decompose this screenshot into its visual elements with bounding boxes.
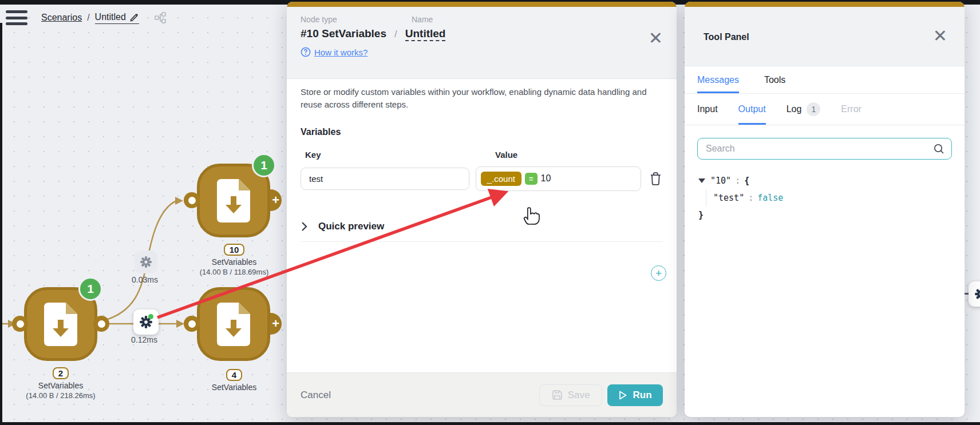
node-10-run-count-badge: 1 — [252, 153, 276, 177]
json-colon: : — [748, 193, 753, 203]
modal-accent-bar — [287, 2, 677, 7]
search-input[interactable] — [697, 138, 952, 160]
canvas-topbar: Scenarios / Untitled — [0, 5, 286, 31]
collapse-triangle-icon[interactable] — [698, 178, 705, 183]
node-4-id-pill: 4 — [226, 369, 242, 381]
variable-row: _.count = 10 — [301, 166, 663, 191]
breadcrumb: Scenarios / Untitled — [41, 12, 139, 24]
key-input[interactable] — [301, 168, 469, 190]
node-4-setvariables[interactable] — [197, 287, 270, 361]
help-row: How it works? — [301, 47, 663, 57]
node-2-type: SetVariables — [12, 381, 109, 390]
delete-variable-icon[interactable] — [649, 171, 663, 186]
node-10-input-port[interactable] — [184, 192, 200, 208]
chevron-right-icon — [301, 221, 308, 232]
tab-output[interactable]: Output — [738, 94, 766, 125]
panel-tabs: Messages Tools — [685, 66, 965, 94]
play-icon — [618, 390, 627, 400]
edge-settings-gear-top[interactable] — [135, 251, 157, 273]
json-root-key: "10" — [710, 176, 731, 186]
log-count-badge: 1 — [807, 102, 820, 116]
node-2-run-count-badge: 1 — [78, 277, 102, 301]
node-type-value: #10 SetVariables — [301, 27, 386, 40]
title-separator: / — [394, 29, 397, 40]
value-number: 10 — [541, 173, 551, 184]
save-floppy-icon — [552, 390, 563, 400]
save-label: Save — [568, 390, 590, 401]
scenario-title: Untitled — [95, 12, 126, 22]
tab-messages[interactable]: Messages — [697, 66, 739, 93]
app-window: Scenarios / Untitled 1 — [0, 0, 980, 425]
node-10-label: 10 SetVariables (14.00 B / 118.69ms) — [185, 244, 283, 276]
panel-subtabs: Input Output Log 1 Error — [685, 94, 965, 125]
scenario-title-edit[interactable]: Untitled — [95, 12, 139, 24]
json-colon: : — [735, 176, 740, 186]
tool-panel-close-icon[interactable]: ✕ — [933, 30, 947, 42]
edge-timer-top: 0.03ms — [132, 275, 158, 284]
search-icon[interactable] — [933, 143, 945, 155]
node-4-type: SetVariables — [185, 383, 283, 392]
json-close-brace: } — [698, 210, 704, 220]
modal-close-icon[interactable]: ✕ — [649, 32, 663, 45]
add-variable-button[interactable]: + — [651, 265, 666, 281]
operator-pill[interactable]: = — [525, 173, 538, 185]
modal-body: Store or modify custom variables within … — [287, 79, 677, 372]
tab-tools[interactable]: Tools — [764, 66, 785, 93]
node-10-stats: (14.00 B / 118.69ms) — [185, 268, 283, 276]
quick-preview-label: Quick preview — [318, 221, 384, 232]
node-description: Store or modify custom variables within … — [301, 86, 663, 111]
value-label: Value — [495, 150, 517, 160]
quick-preview-toggle[interactable]: Quick preview — [301, 221, 663, 232]
divider — [301, 241, 663, 242]
cancel-button[interactable]: Cancel — [301, 390, 331, 401]
node-2-stats: (14.00 B / 218.26ms) — [12, 391, 109, 400]
tab-log[interactable]: Log 1 — [787, 94, 821, 125]
node-type-label: Node type — [301, 15, 663, 24]
node-10-type: SetVariables — [185, 257, 283, 267]
tab-error[interactable]: Error — [841, 94, 862, 125]
menu-icon[interactable] — [6, 10, 27, 25]
node-2-input-port[interactable] — [12, 316, 28, 332]
search-container — [697, 138, 952, 160]
modal-footer: Cancel Save Run — [287, 372, 677, 417]
tool-panel: Tool Panel ✕ Messages Tools Input Output… — [685, 2, 965, 417]
node-4-input-port[interactable] — [184, 316, 200, 332]
json-child-key: "test" — [713, 193, 744, 203]
name-label: Name — [412, 15, 433, 24]
edit-pencil-icon — [129, 12, 139, 22]
screen-edge-left — [0, 23, 2, 425]
breadcrumb-separator: / — [87, 13, 89, 23]
tool-panel-header: Tool Panel ✕ — [685, 7, 965, 66]
workflow-map-icon[interactable] — [154, 11, 167, 24]
key-label: Key — [305, 150, 483, 160]
panel-accent-bar — [685, 2, 965, 7]
value-input[interactable]: _.count = 10 — [476, 166, 642, 191]
node-10-id-pill: 10 — [224, 244, 245, 256]
file-download-icon — [44, 303, 77, 346]
json-open-brace: { — [744, 176, 749, 186]
breadcrumb-scenarios-link[interactable]: Scenarios — [41, 13, 82, 23]
tool-panel-title: Tool Panel — [704, 32, 749, 42]
tab-input[interactable]: Input — [697, 94, 718, 125]
edge-settings-gear-bottom[interactable] — [133, 309, 159, 335]
save-button[interactable]: Save — [539, 384, 602, 406]
node-settings-modal: Node type Name #10 SetVariables / Untitl… — [287, 2, 677, 417]
question-circle-icon — [301, 47, 311, 57]
node-4-label: 4 SetVariables — [185, 369, 283, 392]
how-it-works-link[interactable]: How it works? — [314, 47, 368, 57]
run-button[interactable]: Run — [607, 384, 663, 406]
screen-edge-bottom — [0, 422, 980, 425]
node-name-editable[interactable]: Untitled — [405, 27, 446, 41]
modal-header: Node type Name #10 SetVariables / Untitl… — [287, 7, 677, 79]
file-download-icon — [217, 179, 250, 223]
node-2-label: 2 SetVariables (14.00 B / 218.26ms) — [12, 367, 109, 400]
gear-status-dot — [148, 314, 153, 319]
file-download-icon — [217, 303, 250, 346]
run-label: Run — [633, 390, 651, 401]
expression-pill[interactable]: _.count — [481, 172, 521, 186]
gear-icon — [974, 287, 980, 301]
tab-log-label: Log — [787, 104, 802, 114]
node-2-output-port[interactable] — [93, 316, 109, 332]
gear-icon — [140, 256, 152, 268]
edge-settings-gear-right[interactable] — [969, 281, 980, 307]
